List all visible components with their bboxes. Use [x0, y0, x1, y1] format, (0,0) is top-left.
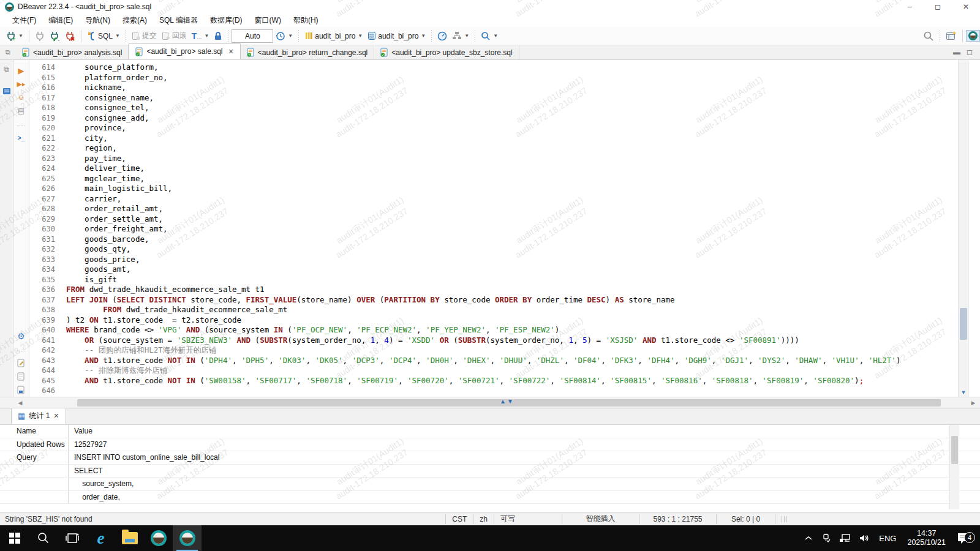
schema-selector[interactable]: audit_bi_pro ▼ [365, 30, 428, 42]
scrollbar-thumb[interactable] [951, 436, 958, 464]
save-file-icon[interactable] [13, 383, 29, 397]
taskbar-search-button[interactable] [29, 525, 58, 551]
menu-item-6[interactable]: 窗口(W) [249, 14, 287, 27]
projects-icon[interactable] [0, 84, 13, 98]
cell-name [0, 478, 69, 490]
tab-statistics[interactable]: ▦ 统计 1 ✕ [11, 408, 66, 424]
dashboard-button[interactable] [435, 30, 450, 42]
table-row-4[interactable]: order_date, [0, 491, 980, 504]
editor-tab-0[interactable]: <audit_bi_pro> analysis.sql [16, 45, 129, 59]
volume-icon[interactable] [855, 534, 874, 542]
explain-plan-icon[interactable]: ▤ [13, 104, 29, 118]
minimize-view-icon[interactable]: ▬ [953, 48, 960, 56]
window-title: DBeaver 22.3.4 - <audit_bi_pro> sale.sql [18, 2, 151, 11]
sql-editor-button[interactable]: SQL ▼ [85, 30, 123, 42]
commit-button[interactable]: 提交 [129, 29, 159, 42]
line-number: 617 [29, 93, 55, 103]
lock-button[interactable] [211, 30, 225, 42]
menu-item-3[interactable]: 搜索(A) [116, 14, 153, 27]
start-button[interactable] [0, 525, 29, 551]
history-button[interactable]: ▼ [273, 30, 295, 42]
execute-statement-icon[interactable]: ⎉ [13, 91, 29, 104]
menu-item-1[interactable]: 编辑(E) [42, 14, 79, 27]
maximize-button[interactable]: ◻ [924, 0, 952, 13]
scrollbar-thumb[interactable] [960, 308, 967, 340]
editor-area: ⧉ ▶ ▶▸ ⎉ ▤ .... >_ ⚙ .... 61461561661761… [0, 60, 980, 397]
disconnect-button[interactable] [62, 30, 78, 42]
maximize-view-icon[interactable]: ◻ [967, 48, 973, 56]
dbeaver-taskbar-button-active[interactable] [173, 525, 202, 551]
code-line-626: main_logistic_bill, [66, 184, 958, 194]
usb-device-icon[interactable] [817, 533, 835, 543]
scrollbar-thumb[interactable]: ▲▼ [77, 399, 941, 407]
rollback-button[interactable]: 回滚 [159, 29, 189, 42]
scroll-right-icon[interactable]: ▶ [968, 400, 979, 406]
toolbar-search-button[interactable]: ▼ [478, 30, 500, 42]
status-caret-position[interactable]: 593 : 1 : 21755 [639, 514, 716, 524]
execute-new-tab-icon[interactable]: ▶▸ [13, 77, 29, 91]
splitter-toggle-icon[interactable]: ▲▼ [500, 398, 514, 405]
menu-item-4[interactable]: SQL 编辑器 [153, 14, 204, 27]
internet-explorer-button[interactable]: e [86, 525, 115, 551]
transaction-mode-select[interactable]: Auto [232, 29, 273, 43]
line-number: 637 [29, 295, 55, 305]
action-center-button[interactable]: 4 [952, 532, 980, 544]
invalidate-connection-button[interactable] [32, 30, 47, 42]
er-diagram-button[interactable]: ▼ [450, 30, 472, 42]
menu-item-0[interactable]: 文件(F) [6, 14, 42, 27]
file-icon[interactable] [13, 370, 29, 383]
menu-item-7[interactable]: 帮助(H) [287, 14, 325, 27]
terminal-icon[interactable]: >_ [13, 131, 29, 144]
task-view-button[interactable] [58, 525, 86, 551]
code-line-619: consignee_add, [66, 113, 958, 124]
network-icon[interactable] [835, 534, 855, 542]
file-explorer-button[interactable] [115, 525, 144, 551]
column-header-name[interactable]: Name [0, 425, 69, 438]
status-timezone[interactable]: CST [445, 514, 473, 524]
scroll-left-icon[interactable]: ◀ [15, 400, 26, 406]
quick-search-button[interactable] [921, 29, 937, 43]
menu-item-5[interactable]: 数据库(D) [204, 14, 249, 27]
settings-gear-icon[interactable]: ⚙ [13, 329, 29, 343]
editor-tab-3[interactable]: <audit_bi_pro> update_sbz_store.sql [374, 45, 519, 59]
code-line-627: carrier, [66, 194, 958, 204]
editor-horizontal-scrollbar[interactable]: ◀ ▲▼ ▶ [0, 397, 980, 408]
menu-item-2[interactable]: 导航(N) [79, 14, 116, 27]
close-icon[interactable]: ✕ [228, 48, 234, 56]
execute-script-icon[interactable]: ▶ [13, 64, 29, 77]
dbeaver-taskbar-button[interactable] [144, 525, 173, 551]
transaction-log-button[interactable]: T… ▼ [189, 30, 211, 42]
panel-vertical-scrollbar[interactable] [949, 425, 959, 509]
editor-tab-1[interactable]: <audit_bi_pro> sale.sql✕ [129, 43, 240, 59]
restore-panel-icon[interactable]: ⧉ [0, 62, 13, 76]
dbeaver-perspective-button[interactable] [966, 30, 980, 42]
table-row-1[interactable]: QueryINSERT INTO custom_online_sale_bill… [0, 451, 980, 465]
table-row-3[interactable]: source_system, [0, 478, 980, 491]
minimize-button[interactable]: – [895, 0, 924, 13]
editor-vertical-scrollbar[interactable]: ▲ ▼ [958, 60, 968, 397]
input-language[interactable]: ENG [874, 534, 901, 543]
new-connection-button[interactable]: + ▼ [4, 30, 26, 42]
status-insert-mode[interactable]: 智能插入 [562, 514, 639, 524]
connection-selector[interactable]: audit_bi_pro ▼ [302, 30, 365, 42]
taskbar-clock[interactable]: 14:37 2025/10/21 [901, 529, 952, 547]
scroll-down-icon[interactable]: ▼ [959, 389, 968, 395]
close-button[interactable]: ✕ [952, 0, 980, 13]
reconnect-button[interactable] [47, 30, 62, 42]
sql-code-area[interactable]: source_platform, platform_order_no, nick… [61, 60, 958, 397]
restore-view-icon[interactable]: ⧉ [0, 45, 16, 59]
table-row-2[interactable]: SELECT [0, 465, 980, 478]
edit-note-icon[interactable] [13, 356, 29, 370]
line-number: 622 [29, 143, 55, 154]
close-icon[interactable]: ✕ [53, 412, 59, 420]
code-line-630: order_freight_amt, [66, 224, 958, 234]
table-row-0[interactable]: Updated Rows12527927 [0, 438, 980, 452]
tray-chevron-up-icon[interactable] [800, 535, 817, 541]
editor-tab-bar: ⧉ <audit_bi_pro> analysis.sql<audit_bi_p… [0, 45, 980, 60]
code-line-614: source_platform, [66, 62, 958, 73]
open-perspective-button[interactable] [943, 29, 959, 42]
column-header-value[interactable]: Value [69, 425, 980, 438]
status-language[interactable]: zh [473, 514, 494, 524]
editor-tab-2[interactable]: <audit_bi_pro> return_change.sql [241, 45, 374, 59]
cell-name [0, 465, 69, 478]
